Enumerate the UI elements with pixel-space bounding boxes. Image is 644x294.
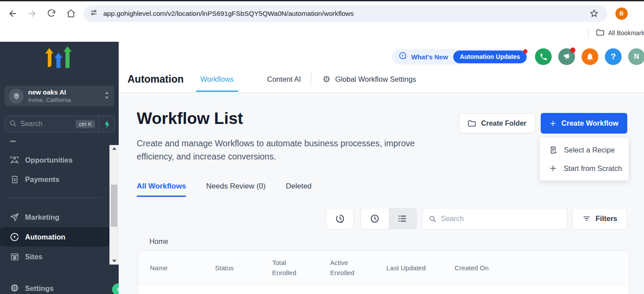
- user-avatar[interactable]: N: [628, 48, 644, 65]
- filters-button[interactable]: Filters: [572, 208, 627, 229]
- table-header: Name Status Total Enrolled Active Enroll…: [138, 251, 629, 285]
- folder-icon: [596, 29, 604, 37]
- menu-item-start-from-scratch[interactable]: Start from Scratch: [540, 159, 629, 178]
- sites-icon: [9, 252, 20, 261]
- opportunities-icon: [9, 155, 20, 165]
- history-button[interactable]: [326, 208, 354, 229]
- phone-button[interactable]: [535, 48, 552, 65]
- sidebar-item-label: Automation: [25, 233, 65, 241]
- sidebar-item-label: Sites: [25, 253, 42, 261]
- home-icon[interactable]: [63, 6, 78, 21]
- scrollbar-thumb[interactable]: [111, 185, 117, 227]
- browser-profile-avatar[interactable]: B: [615, 7, 628, 20]
- workflow-search: [422, 208, 568, 229]
- all-bookmarks-label: All Bookmarks: [608, 29, 644, 36]
- star-icon[interactable]: [586, 6, 601, 21]
- marketing-icon: [9, 212, 20, 222]
- search-icon: [429, 215, 437, 223]
- location-pin-icon: [9, 89, 24, 104]
- create-workflow-menu: Select a Recipe Start from Scratch: [540, 138, 629, 181]
- workflow-table: Name Status Total Enrolled Active Enroll…: [138, 250, 629, 294]
- time-view-button[interactable]: [361, 208, 389, 229]
- all-bookmarks-button[interactable]: All Bookmarks: [588, 28, 644, 38]
- chevron-updown-icon: [104, 91, 110, 102]
- search-shortcut-badge: ctrl K: [76, 120, 95, 128]
- app-header: What's New Automation Updates ? N Automa…: [119, 42, 644, 93]
- bolt-icon: [104, 120, 110, 128]
- scroll-down-icon[interactable]: [109, 258, 119, 265]
- help-button[interactable]: ?: [605, 48, 622, 65]
- create-folder-button[interactable]: Create Folder: [459, 113, 535, 133]
- table-row: [138, 285, 629, 294]
- sidebar-item-opportunities[interactable]: Opportunities: [0, 150, 110, 170]
- workflow-list-tabs: All Workflows Needs Review (0) Deleted: [137, 182, 312, 197]
- announcements-button[interactable]: [558, 48, 575, 65]
- workflow-list-page: Workflow List Create and manage Workflow…: [119, 93, 644, 294]
- column-last-updated: Last Updated: [386, 264, 455, 272]
- sidebar-divider: [8, 197, 102, 198]
- whats-new-pill[interactable]: What's New Automation Updates: [392, 49, 528, 65]
- tab-content-ai[interactable]: Content AI: [266, 69, 302, 90]
- sidebar-item-settings[interactable]: ⚙ Settings: [0, 279, 110, 294]
- workflow-search-input[interactable]: [441, 214, 561, 223]
- workflow-list-description: Create and manage Workflows to automate …: [137, 137, 447, 163]
- sidebar-search: ctrl K: [4, 116, 115, 132]
- automation-icon: [9, 232, 20, 242]
- gear-icon: ⚙: [323, 75, 331, 83]
- sidebar-scrollbar[interactable]: [109, 145, 119, 265]
- notification-dot: [570, 47, 575, 53]
- browser-toolbar: app.gohighlevel.com/v2/location/lnPS691g…: [0, 1, 644, 25]
- address-bar[interactable]: app.gohighlevel.com/v2/location/lnPS691g…: [84, 5, 608, 22]
- automation-updates-badge[interactable]: Automation Updates: [453, 51, 527, 63]
- sidebar-item-sites[interactable]: Sites: [0, 247, 110, 266]
- scroll-up-icon[interactable]: [109, 145, 119, 152]
- url-text: app.gohighlevel.com/v2/location/lnPS691g…: [103, 10, 585, 18]
- folder-icon: [468, 120, 476, 127]
- sidebar: new oaks AI Irvine, California ctrl K Op…: [0, 42, 119, 294]
- column-active-enrolled: Active Enrolled: [330, 258, 386, 278]
- menu-item-select-recipe[interactable]: Select a Recipe: [540, 141, 629, 159]
- global-settings-label: Global Workflow Settings: [335, 75, 416, 83]
- sidebar-item-label: Opportunities: [25, 156, 73, 164]
- search-icon: [9, 120, 17, 129]
- divider: [311, 72, 311, 86]
- menu-item-label: Select a Recipe: [564, 146, 615, 154]
- history-icon: [335, 214, 345, 224]
- create-workflow-button[interactable]: Create Workflow: [541, 113, 627, 134]
- breadcrumb[interactable]: Home: [149, 238, 168, 246]
- phone-icon: [539, 53, 548, 61]
- filters-label: Filters: [596, 214, 618, 223]
- site-info-icon[interactable]: [90, 8, 98, 18]
- sidebar-item-automation[interactable]: Automation: [0, 227, 110, 247]
- sidebar-item-label: Payments: [25, 175, 59, 184]
- whats-new-label: What's New: [411, 53, 448, 61]
- bell-icon: [586, 52, 594, 61]
- location-name: new oaks AI: [28, 88, 104, 96]
- bookmarks-bar: All Bookmarks: [0, 25, 644, 42]
- back-icon[interactable]: [5, 6, 20, 21]
- tab-deleted[interactable]: Deleted: [286, 182, 312, 197]
- recipe-icon: [549, 146, 557, 154]
- filter-icon: [582, 214, 591, 223]
- location-city: Irvine, California: [28, 96, 104, 104]
- column-status: Status: [215, 264, 272, 272]
- sidebar-item-payments[interactable]: $ Payments: [0, 170, 110, 189]
- list-icon: [397, 214, 408, 224]
- notifications-button[interactable]: [582, 48, 598, 65]
- tab-workflows[interactable]: Workflows: [200, 69, 235, 90]
- global-workflow-settings-link[interactable]: ⚙ Global Workflow Settings: [323, 75, 416, 83]
- whats-new-icon: [398, 51, 408, 62]
- reload-icon[interactable]: [44, 6, 59, 21]
- sidebar-search-input[interactable]: [17, 120, 76, 128]
- forward-icon[interactable]: [25, 6, 40, 21]
- list-view-button[interactable]: [389, 208, 416, 229]
- updates-badge-label: Automation Updates: [460, 53, 520, 60]
- quick-actions-button[interactable]: [98, 116, 115, 132]
- menu-item-label: Start from Scratch: [564, 164, 622, 173]
- tab-all-workflows[interactable]: All Workflows: [137, 182, 186, 197]
- create-workflow-label: Create Workflow: [561, 119, 619, 127]
- tab-needs-review[interactable]: Needs Review (0): [206, 182, 266, 197]
- divider: [588, 28, 589, 38]
- sidebar-item-marketing[interactable]: Marketing: [0, 207, 110, 227]
- location-switcher[interactable]: new oaks AI Irvine, California: [4, 86, 114, 106]
